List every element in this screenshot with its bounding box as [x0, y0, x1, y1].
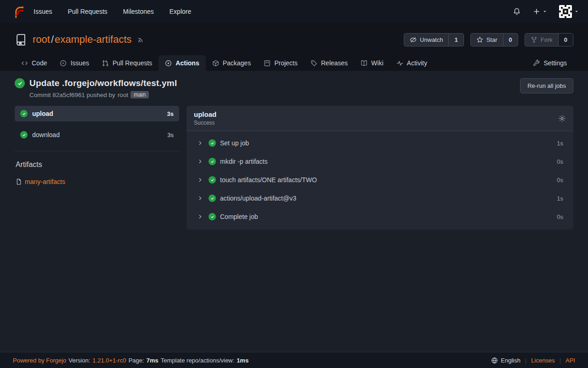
pulse-icon: [396, 60, 403, 67]
notifications-bell-icon[interactable]: [513, 7, 521, 16]
licenses-link[interactable]: Licenses: [531, 357, 554, 364]
navbar-links: Issues Pull Requests Milestones Explore: [34, 8, 191, 15]
version-link[interactable]: 1.21.0+1-rc0: [92, 357, 126, 364]
job-item-upload[interactable]: upload 3s: [15, 106, 179, 121]
step-row-mkdir[interactable]: mkdir -p artifacts 0s: [187, 152, 573, 171]
repo-separator: /: [51, 34, 54, 45]
chevron-right-icon: [198, 196, 203, 201]
unwatch-button[interactable]: Unwatch: [404, 34, 449, 46]
eye-slash-icon: [410, 36, 417, 43]
pusher-name[interactable]: root: [118, 92, 128, 98]
page-footer: Powered by Forgejo Version: 1.21.0+1-rc0…: [0, 352, 588, 368]
step-duration: 1s: [557, 140, 563, 147]
steps-list: Set up job 1s mkdir -p artifacts 0s touc…: [187, 131, 573, 230]
language-selector[interactable]: English: [491, 357, 520, 364]
tag-icon: [311, 60, 317, 67]
tab-projects[interactable]: Projects: [257, 55, 304, 71]
sidebar-divider: [15, 151, 179, 151]
step-duration: 0s: [557, 158, 563, 165]
job-duration: 3s: [167, 132, 174, 138]
star-button[interactable]: Star: [471, 34, 503, 46]
artifacts-heading: Artifacts: [16, 161, 179, 169]
job-item-download[interactable]: download 3s: [15, 127, 179, 143]
tab-actions[interactable]: Actions: [158, 55, 205, 71]
tab-issues[interactable]: Issues: [53, 55, 95, 71]
step-row-touch[interactable]: touch artifacts/ONE artifacts/TWO 0s: [187, 171, 573, 189]
create-new-button[interactable]: [533, 8, 547, 15]
star-button-group: Star 0: [470, 33, 518, 46]
job-detail-panel: upload Success Set up job 1s: [187, 106, 573, 230]
stars-count[interactable]: 0: [503, 34, 518, 46]
powered-by-link[interactable]: Powered by Forgejo: [13, 357, 66, 364]
play-circle-icon: [165, 60, 172, 67]
step-success-icon: [209, 176, 216, 184]
tab-pull-requests[interactable]: Pull Requests: [96, 55, 158, 71]
job-duration: 3s: [167, 110, 174, 117]
run-title: Update .forgejo/workflows/test.yml: [29, 78, 177, 88]
job-name: upload: [32, 110, 53, 117]
issue-circle-icon: [60, 60, 67, 67]
watchers-count[interactable]: 1: [448, 34, 463, 46]
api-link[interactable]: API: [565, 357, 575, 364]
user-avatar: [559, 5, 572, 18]
fork-icon: [531, 36, 537, 43]
artifact-link-many-artifacts[interactable]: many-artifacts: [16, 178, 179, 185]
top-navbar: Issues Pull Requests Milestones Explore: [0, 0, 588, 23]
code-icon: [21, 60, 28, 67]
forgejo-logo-icon[interactable]: [13, 6, 25, 18]
job-name: download: [32, 131, 60, 138]
version-label: Version:: [68, 357, 90, 364]
navbar-item-pull-requests[interactable]: Pull Requests: [68, 8, 107, 15]
tools-icon: [533, 60, 540, 67]
fork-button: Fork: [525, 34, 558, 46]
pull-request-icon: [102, 60, 109, 67]
tab-settings[interactable]: Settings: [526, 55, 573, 71]
template-time-label: Template repo/actions/view:: [161, 357, 234, 364]
repo-header: root/example-artifacts Unwatch 1: [0, 23, 588, 71]
job-detail-status: Success: [194, 120, 216, 126]
step-label: mkdir -p artifacts: [220, 158, 267, 165]
repo-book-icon: [15, 34, 27, 46]
tab-packages[interactable]: Packages: [206, 55, 257, 71]
repo-name-link[interactable]: example-artifacts: [55, 34, 132, 45]
chevron-right-icon: [198, 140, 203, 146]
footer-divider: |: [525, 357, 526, 364]
chevron-right-icon: [198, 177, 203, 183]
job-success-icon: [20, 110, 28, 117]
step-row-setup-job[interactable]: Set up job 1s: [187, 134, 573, 152]
step-row-complete-job[interactable]: Complete job 0s: [187, 207, 573, 226]
tab-activity[interactable]: Activity: [390, 55, 434, 71]
tab-releases[interactable]: Releases: [304, 55, 354, 71]
repo-owner-link[interactable]: root: [33, 34, 50, 45]
page-time-label: Page:: [129, 357, 144, 364]
tab-code[interactable]: Code: [15, 55, 53, 71]
navbar-item-explore[interactable]: Explore: [170, 8, 191, 15]
user-menu-button[interactable]: [559, 5, 579, 18]
star-icon: [476, 36, 483, 43]
globe-icon: [491, 357, 498, 364]
tab-wiki[interactable]: Wiki: [354, 55, 390, 71]
chevron-down-icon: [543, 9, 547, 14]
step-duration: 0s: [557, 177, 563, 184]
step-success-icon: [209, 213, 216, 220]
chevron-right-icon: [198, 214, 203, 219]
navbar-item-milestones[interactable]: Milestones: [123, 8, 154, 15]
package-icon: [212, 60, 219, 67]
step-success-icon: [209, 158, 216, 165]
log-settings-gear-icon[interactable]: [558, 115, 566, 122]
rerun-all-jobs-button[interactable]: Re-run all jobs: [520, 78, 573, 93]
forks-count[interactable]: 0: [558, 34, 573, 46]
branch-badge[interactable]: main: [130, 91, 149, 98]
repo-tab-bar: Code Issues Pull Requests Actions Packag…: [15, 53, 573, 71]
fork-button-group: Fork 0: [525, 33, 573, 46]
file-icon: [16, 178, 22, 185]
step-label: Complete job: [220, 213, 258, 220]
step-label: Set up job: [220, 139, 249, 147]
repo-title: root/example-artifacts: [15, 34, 145, 46]
run-commit-line: Commit 82a5cf6961 pushed by root main: [29, 91, 177, 98]
navbar-item-issues[interactable]: Issues: [34, 8, 52, 15]
rss-feed-icon[interactable]: [137, 36, 145, 43]
step-row-upload-artifact[interactable]: actions/upload-artifact@v3 1s: [187, 189, 573, 207]
chevron-down-icon: [574, 9, 579, 14]
book-open-icon: [361, 60, 368, 67]
